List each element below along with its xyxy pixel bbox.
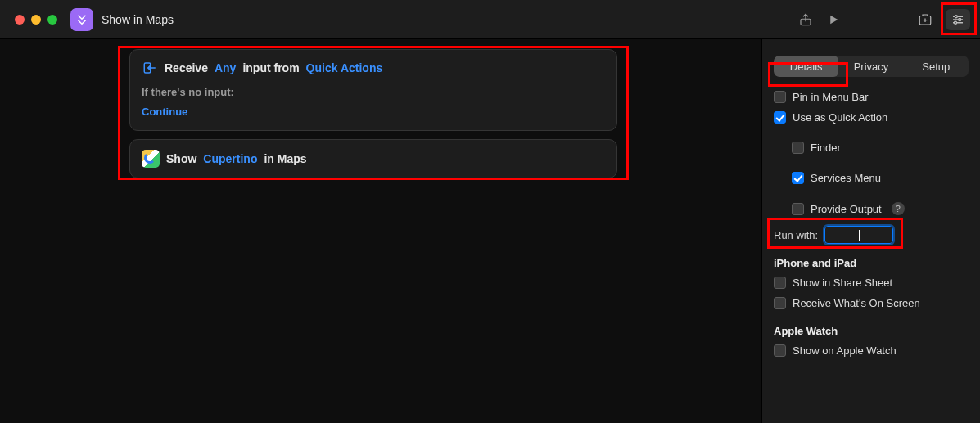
inspector-toolbar <box>913 9 970 30</box>
checkbox-icon[interactable] <box>774 277 786 289</box>
shortcut-title: Show in Maps <box>102 13 174 26</box>
checkbox-icon[interactable] <box>774 111 786 124</box>
show-apple-watch-option[interactable]: Show on Apple Watch <box>774 340 969 361</box>
tab-setup[interactable]: Setup <box>904 56 969 77</box>
close-window-button[interactable] <box>15 15 25 25</box>
run-button[interactable] <box>820 8 847 31</box>
run-with-label: Run with: <box>774 229 818 241</box>
keyboard-shortcut-field[interactable] <box>824 226 893 244</box>
checkbox-icon[interactable] <box>774 297 786 309</box>
use-quick-action-option[interactable]: Use as Quick Action <box>774 107 969 128</box>
show-in-maps-action[interactable]: Show Cupertino in Maps <box>129 139 617 178</box>
share-sheet-label: Show in Share Sheet <box>793 277 892 289</box>
checkbox-icon[interactable] <box>774 91 786 103</box>
receive-onscreen-label: Receive What's On Screen <box>793 297 920 309</box>
input-icon <box>142 60 158 76</box>
window-controls <box>15 15 57 25</box>
inspector-tabs: Details Privacy Setup <box>774 56 969 77</box>
help-icon[interactable]: ? <box>892 202 905 215</box>
checkbox-icon[interactable] <box>774 344 786 357</box>
receive-label: Receive <box>165 61 208 74</box>
pin-menubar-option[interactable]: Pin in Menu Bar <box>774 87 969 107</box>
svg-point-3 <box>959 18 961 20</box>
finder-option[interactable]: Finder <box>792 137 969 158</box>
input-type-token[interactable]: Any <box>215 61 236 74</box>
provide-output-option[interactable]: Provide Output ? <box>792 198 969 219</box>
use-quick-action-label: Use as Quick Action <box>793 111 887 124</box>
iphone-ipad-header: iPhone and iPad <box>774 245 969 272</box>
svg-point-2 <box>955 15 957 17</box>
share-sheet-option[interactable]: Show in Share Sheet <box>774 272 969 293</box>
titlebar: Show in Maps <box>0 0 980 39</box>
checkbox-icon[interactable] <box>792 142 804 154</box>
receive-onscreen-option[interactable]: Receive What's On Screen <box>774 293 969 313</box>
tab-details[interactable]: Details <box>774 56 838 77</box>
location-token[interactable]: Cupertino <box>203 152 257 165</box>
fullscreen-window-button[interactable] <box>47 15 57 25</box>
provide-output-label: Provide Output <box>811 203 882 215</box>
in-maps-label: in Maps <box>264 152 306 165</box>
library-icon[interactable] <box>913 9 937 30</box>
no-input-action-token[interactable]: Continue <box>142 103 192 120</box>
receive-input-action[interactable]: Receive Any input from Quick Actions If … <box>129 49 617 131</box>
minimize-window-button[interactable] <box>31 15 41 25</box>
input-mid-label: input from <box>242 61 299 74</box>
services-menu-option[interactable]: Services Menu <box>792 168 969 188</box>
apple-watch-header: Apple Watch <box>774 313 969 340</box>
show-label: Show <box>166 152 196 165</box>
finder-label: Finder <box>811 142 841 154</box>
inspector-sidebar: Details Privacy Setup Pin in Menu Bar Us… <box>761 39 980 423</box>
show-apple-watch-label: Show on Apple Watch <box>793 344 896 357</box>
inspector-settings-icon[interactable] <box>946 9 970 30</box>
tab-privacy[interactable]: Privacy <box>838 56 903 77</box>
pin-menubar-label: Pin in Menu Bar <box>793 91 869 103</box>
share-button[interactable] <box>792 8 820 31</box>
maps-app-icon <box>142 150 160 168</box>
checkbox-icon[interactable] <box>792 172 804 184</box>
services-menu-label: Services Menu <box>811 172 881 184</box>
checkbox-icon[interactable] <box>792 203 804 215</box>
workflow-canvas[interactable]: Receive Any input from Quick Actions If … <box>0 39 761 423</box>
no-input-label: If there's no input: <box>142 86 605 98</box>
svg-point-4 <box>955 21 957 24</box>
shortcut-app-icon <box>70 8 93 31</box>
input-source-token[interactable]: Quick Actions <box>306 61 383 74</box>
